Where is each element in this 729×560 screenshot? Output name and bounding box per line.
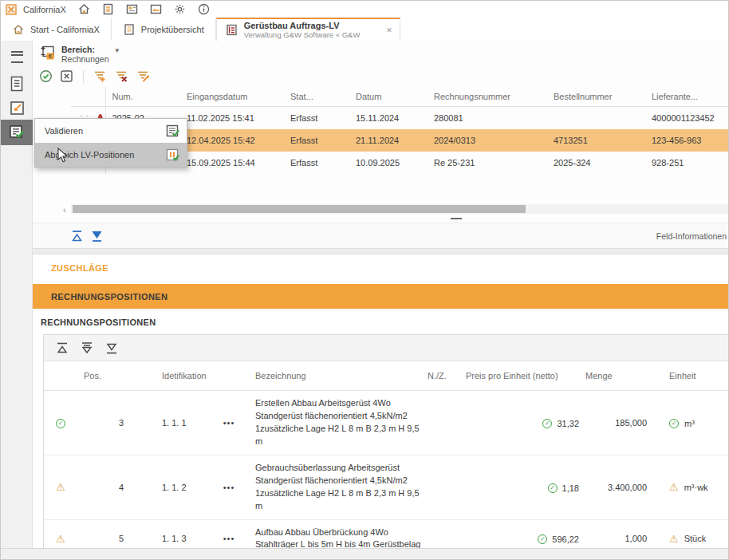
menu-item-validieren[interactable]: Validieren: [35, 119, 187, 143]
cell-pos: 4: [77, 455, 130, 519]
document-list-icon: [9, 75, 25, 93]
scrollbar-thumb[interactable]: [73, 205, 526, 213]
invoice-header-row: Num. Eingangsdatum Stat... Datum Rechnun…: [71, 87, 728, 107]
col-bezeichnung[interactable]: Bezeichnung: [244, 361, 428, 391]
col-eingangsdatum[interactable]: Eingangsdatum: [180, 87, 284, 107]
col-rechnungsnummer[interactable]: Rechnungsnummer: [428, 87, 547, 107]
cell-eingangsdatum: 15.09.2025 15:44: [180, 152, 284, 174]
bezeichnung-line: Erstellen Abbau Arbeitsgerüst 4Wo: [255, 397, 428, 410]
cell-lieferant: 928-251: [645, 152, 728, 174]
sidebar-item-document[interactable]: [1, 72, 33, 96]
bereich-label: Bereich:: [61, 45, 109, 54]
bereich-icon: €: [40, 45, 57, 61]
status-ok-icon: ✓: [56, 419, 65, 428]
filter-remove-icon[interactable]: [115, 69, 129, 85]
tabbar: Start - CaliforniaX Projektübersicht Ger…: [1, 18, 728, 41]
tab-geruestbau-auftrags-lv[interactable]: Gerüstbau Auftrags-LV Verwaltung G&W Sof…: [216, 18, 401, 41]
positions-title: RECHNUNGSPOSITIONEN: [41, 317, 728, 327]
cell-bestellnummer: 2025-324: [547, 152, 645, 174]
cell-rechnungsnummer: 2024/0313: [428, 129, 547, 152]
positions-pane: ZUSCHLÄGE RECHNUNGSPOSITIONEN RECHNUNGSP…: [33, 254, 728, 548]
cell-bezeichnung: Gebrauchsüberlassung Arbeitsgerüst Stand…: [244, 455, 428, 519]
preis-value: 596,22: [552, 534, 579, 544]
tab-close-icon[interactable]: ×: [386, 25, 392, 36]
cell-menge: 185,000: [585, 391, 653, 455]
col-bestellnummer[interactable]: Bestellnummer: [547, 87, 645, 107]
more-options-icon[interactable]: •••: [214, 391, 244, 455]
tab-start[interactable]: Start - CaliforniaX: [1, 18, 112, 41]
status-bar: [1, 548, 728, 559]
cancel-icon[interactable]: [60, 69, 73, 85]
cell-status: Erfasst: [284, 107, 349, 130]
mouse-cursor: [57, 148, 69, 164]
positions-table: Pos. Idetifikation Bezeichnung N./Z. Pre…: [44, 361, 728, 558]
col-einheit[interactable]: Einheit: [653, 361, 728, 391]
price-ok-icon: ✓: [538, 534, 547, 544]
collapse-all-icon[interactable]: [56, 341, 69, 355]
positions-panel: Pos. Idetifikation Bezeichnung N./Z. Pre…: [43, 334, 728, 558]
col-more: [214, 361, 244, 391]
sidebar-item-validate-active[interactable]: [1, 120, 33, 145]
col-status[interactable]: Stat...: [284, 87, 349, 107]
col-num[interactable]: Num.: [105, 87, 180, 107]
col-identifikation[interactable]: Idetifikation: [130, 361, 214, 391]
position-row[interactable]: ⚠ 4 1. 1. 2 ••• Gebrauchsüberlassung Arb…: [44, 455, 728, 519]
expand-level-icon[interactable]: [81, 341, 93, 355]
bereich-value: Rechnungen: [61, 54, 109, 64]
confirm-icon[interactable]: [39, 69, 53, 85]
filter-add-icon[interactable]: [93, 69, 108, 85]
cell-bestellnummer: 4713251: [547, 129, 645, 152]
sidebar-menu-button[interactable]: [1, 46, 33, 67]
col-datum[interactable]: Datum: [349, 87, 428, 107]
cell-nz: [428, 391, 466, 455]
section-rechnungspositionen[interactable]: RECHNUNGSPOSITIONEN: [33, 284, 728, 309]
cell-eingangsdatum: 11.02.2025 15:41: [180, 107, 284, 130]
cell-rechnungsnummer: 280081: [428, 107, 547, 130]
section-zuschlaege[interactable]: ZUSCHLÄGE: [33, 254, 728, 282]
section-divider: [33, 248, 728, 254]
more-options-icon[interactable]: •••: [214, 455, 244, 519]
expand-all-icon[interactable]: [105, 341, 118, 355]
field-info-label[interactable]: Feld-Informationen: [656, 231, 727, 241]
tab-start-label: Start - CaliforniaX: [30, 25, 100, 34]
bezeichnung-line: 1zusätzliche Lage H2 L 8 m B 2,3 m H 9,5…: [255, 423, 428, 448]
bezeichnung-line: Standgerüst flächenorientiert 4,5kN/m2: [255, 410, 428, 423]
unit-warning-icon: ⚠: [669, 534, 679, 544]
projects-icon[interactable]: [101, 2, 115, 16]
collapse-up-icon[interactable]: [71, 230, 83, 243]
horizontal-scrollbar[interactable]: [71, 204, 728, 214]
tab-projektuebersicht[interactable]: Projektübersicht: [112, 18, 216, 41]
splitter-handle[interactable]: [451, 218, 462, 219]
invoice-actions-toolbar: [39, 69, 151, 85]
col-pos[interactable]: Pos.: [77, 361, 130, 391]
bereich-selector[interactable]: € Bereich: Rechnungen ▾: [40, 45, 119, 64]
col-nz[interactable]: N./Z.: [428, 361, 466, 391]
sidebar-item-import[interactable]: [1, 96, 33, 120]
col-lieferant[interactable]: Lieferante...: [645, 87, 728, 107]
compare-lv-icon: [165, 148, 180, 163]
cell-preis: ✓31,32: [466, 391, 585, 455]
unit-ok-icon: ✓: [669, 419, 679, 428]
price-ok-icon: ✓: [542, 419, 552, 428]
settings-icon[interactable]: [173, 2, 187, 16]
einheit-value: m³: [684, 419, 695, 428]
chevron-down-icon[interactable]: ▾: [116, 46, 120, 54]
info-icon[interactable]: [197, 2, 211, 16]
home-icon[interactable]: [77, 2, 91, 16]
status-warning-icon: ⚠: [56, 533, 65, 545]
einheit-value: m³·wk: [684, 483, 708, 492]
col-icons: [71, 87, 105, 107]
expand-down-icon[interactable]: [91, 230, 103, 243]
filter-edit-icon[interactable]: [136, 69, 151, 85]
image-icon[interactable]: [149, 2, 163, 16]
sidebar: [1, 41, 33, 548]
position-row[interactable]: ✓ 3 1. 1. 1 ••• Erstellen Abbau Arbeitsg…: [44, 391, 728, 455]
scroll-left-icon[interactable]: ‹: [63, 205, 66, 215]
cell-menge: 3.400,000: [585, 455, 653, 519]
tab-active-title: Gerüstbau Auftrags-LV: [244, 21, 361, 30]
collapse-controls: [71, 230, 103, 243]
bereich-text: Bereich: Rechnungen: [61, 45, 109, 64]
card-icon[interactable]: [125, 2, 139, 16]
col-menge[interactable]: Menge: [585, 361, 653, 391]
col-preis[interactable]: Preis pro Einheit (netto): [466, 361, 585, 391]
